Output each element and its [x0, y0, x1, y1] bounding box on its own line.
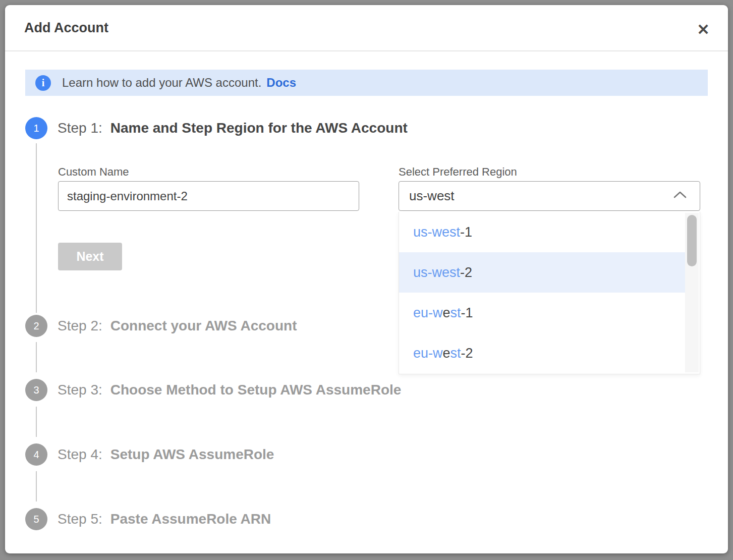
- step-connector: [36, 143, 37, 313]
- dropdown-scrollbar-thumb[interactable]: [687, 215, 697, 266]
- step-connector: [36, 407, 37, 437]
- step-3-prefix: Step 3:: [58, 382, 102, 398]
- step-3-badge: 3: [25, 379, 47, 401]
- dropdown-scrollbar-track[interactable]: [685, 213, 699, 372]
- region-option-us-west-1[interactable]: us-west-1: [399, 212, 686, 252]
- region-option-eu-west-2[interactable]: eu-west-2: [399, 333, 686, 373]
- docs-link[interactable]: Docs: [266, 76, 296, 90]
- step-4-badge: 4: [25, 443, 47, 466]
- region-option-us-west-2[interactable]: us-west-2: [399, 252, 686, 293]
- region-select-value: us-west: [409, 188, 455, 204]
- step-connector: [36, 342, 37, 372]
- step-2-heading: Step 2: Connect your AWS Account: [58, 315, 297, 337]
- step-1-badge: 1: [25, 117, 47, 139]
- region-select[interactable]: us-west: [399, 181, 700, 211]
- step-5-prefix: Step 5:: [58, 511, 102, 527]
- step-connector: [36, 471, 37, 501]
- step-1-prefix: Step 1:: [58, 120, 102, 136]
- step-5-heading: Step 5: Paste AssumeRole ARN: [58, 508, 271, 530]
- modal-header: Add Account ✕: [5, 5, 728, 51]
- step-2-badge: 2: [25, 315, 47, 337]
- step-2-title: Connect your AWS Account: [110, 318, 297, 334]
- region-label: Select Preferred Region: [399, 165, 517, 179]
- region-dropdown: us-west-1 us-west-2 eu-west-1 eu-west-2: [399, 212, 700, 374]
- step-2-prefix: Step 2:: [58, 318, 102, 334]
- next-button[interactable]: Next: [58, 243, 122, 270]
- region-option-eu-west-1[interactable]: eu-west-1: [399, 293, 686, 333]
- modal-title: Add Account: [24, 20, 108, 36]
- step-5-badge: 5: [25, 508, 47, 530]
- step-3-title: Choose Method to Setup AWS AssumeRole: [110, 382, 402, 398]
- banner-text: Learn how to add your AWS account.: [62, 76, 261, 90]
- step-4-heading: Step 4: Setup AWS AssumeRole: [58, 443, 274, 466]
- step-4-prefix: Step 4:: [58, 446, 102, 463]
- step-1-title: Name and Step Region for the AWS Account: [110, 120, 408, 136]
- step-3-heading: Step 3: Choose Method to Setup AWS Assum…: [58, 379, 401, 401]
- step-4-title: Setup AWS AssumeRole: [110, 446, 274, 463]
- custom-name-label: Custom Name: [58, 165, 129, 179]
- custom-name-input[interactable]: [58, 181, 359, 211]
- close-icon[interactable]: ✕: [692, 18, 714, 40]
- add-account-modal: Add Account ✕ i Learn how to add your AW…: [5, 5, 728, 553]
- step-1-heading: Step 1: Name and Step Region for the AWS…: [58, 117, 408, 139]
- info-banner: i Learn how to add your AWS account. Doc…: [25, 70, 708, 96]
- step-5-title: Paste AssumeRole ARN: [110, 511, 271, 527]
- info-icon: i: [35, 75, 51, 91]
- chevron-up-icon: [673, 191, 687, 199]
